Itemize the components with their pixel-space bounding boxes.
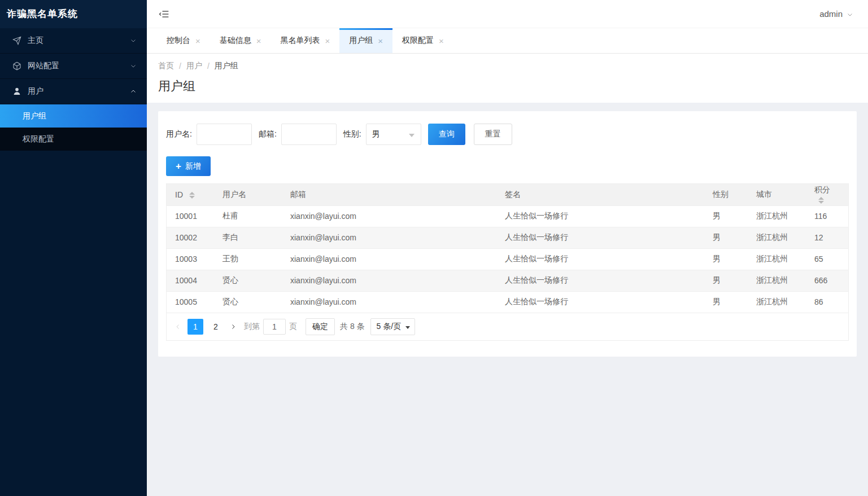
cell-username: 贤心	[214, 291, 282, 313]
cell-username: 王勃	[214, 248, 282, 270]
cell-sex: 男	[704, 227, 748, 248]
close-icon[interactable]: ×	[325, 37, 330, 45]
cell-sex: 男	[704, 205, 748, 227]
cell-sign: 人生恰似一场修行	[496, 291, 704, 313]
cell-city: 浙江杭州	[748, 270, 806, 291]
cell-id: 10001	[167, 205, 214, 227]
plus-icon: +	[176, 161, 181, 171]
cell-score: 86	[806, 291, 848, 313]
search-form: 用户名: 邮箱: 性别: 男 查询 重置	[166, 124, 849, 145]
page-number-2[interactable]: 2	[208, 319, 224, 335]
username-input[interactable]	[197, 124, 252, 145]
add-button-label: 新增	[185, 161, 201, 172]
sidebar-item-permission-config[interactable]: 权限配置	[0, 128, 147, 151]
breadcrumb-separator: /	[179, 62, 181, 71]
column-header-username: 用户名	[214, 184, 282, 205]
cell-city: 浙江杭州	[748, 205, 806, 227]
sidebar-item-label: 用户	[28, 86, 43, 96]
cell-username: 李白	[214, 227, 282, 248]
tab-permission-config[interactable]: 权限配置 ×	[392, 28, 453, 53]
breadcrumb-home[interactable]: 首页	[158, 61, 174, 71]
gender-select[interactable]: 男	[366, 124, 421, 145]
sort-icon[interactable]	[818, 197, 824, 204]
goto-page-input[interactable]	[263, 319, 286, 335]
close-icon[interactable]: ×	[256, 37, 261, 45]
close-icon[interactable]: ×	[439, 37, 444, 45]
sidebar-item-site-config[interactable]: 网站配置	[0, 54, 147, 79]
column-header-score[interactable]: 积分	[806, 184, 848, 205]
chevron-down-icon	[130, 37, 137, 44]
breadcrumb-user[interactable]: 用户	[186, 61, 202, 71]
add-button[interactable]: + 新增	[166, 156, 211, 176]
prev-page-icon[interactable]	[171, 319, 185, 335]
cell-id: 10003	[167, 248, 214, 270]
tab-basic-info[interactable]: 基础信息 ×	[210, 28, 271, 53]
sidebar-background	[0, 151, 147, 496]
column-header-sex: 性别	[704, 184, 748, 205]
sort-icon[interactable]	[189, 192, 195, 199]
tab-label: 控制台	[167, 36, 190, 46]
email-label: 邮箱:	[259, 129, 277, 139]
collapse-sidebar-icon[interactable]	[158, 8, 169, 20]
cell-id: 10002	[167, 227, 214, 248]
search-button[interactable]: 查询	[428, 124, 465, 145]
table-row: 10003 王勃 xianxin@layui.com 人生恰似一场修行 男 浙江…	[167, 248, 848, 270]
cell-sex: 男	[704, 248, 748, 270]
tab-user-group[interactable]: 用户组 ×	[339, 28, 392, 53]
column-header-city: 城市	[748, 184, 806, 205]
cell-score: 65	[806, 248, 848, 270]
tab-label: 黑名单列表	[281, 36, 320, 46]
cell-sign: 人生恰似一场修行	[496, 227, 704, 248]
sidebar-item-label: 网站配置	[28, 61, 59, 71]
confirm-button[interactable]: 确定	[306, 318, 335, 335]
table-header-row: ID 用户名 邮箱 签名 性别 城市 积分	[167, 184, 848, 205]
page-number-1[interactable]: 1	[187, 319, 203, 335]
gender-selected-value: 男	[372, 129, 380, 139]
cell-email: xianxin@layui.com	[282, 291, 496, 313]
sidebar-item-user[interactable]: 用户	[0, 79, 147, 104]
app-root: 诈骗黑名单系统 主页 网站配置 用户	[0, 0, 868, 496]
next-page-icon[interactable]	[226, 319, 241, 335]
total-count-label: 共 8 条	[340, 322, 365, 332]
sidebar-item-home[interactable]: 主页	[0, 28, 147, 54]
table-row: 10005 贤心 xianxin@layui.com 人生恰似一场修行 男 浙江…	[167, 291, 848, 313]
cell-username: 杜甫	[214, 205, 282, 227]
close-icon[interactable]: ×	[195, 37, 200, 45]
cell-email: xianxin@layui.com	[282, 227, 496, 248]
tab-console[interactable]: 控制台 ×	[157, 28, 210, 53]
tab-blacklist[interactable]: 黑名单列表 ×	[271, 28, 340, 53]
tab-bar: 控制台 × 基础信息 × 黑名单列表 × 用户组 × 权限配置 ×	[147, 28, 868, 54]
sidebar-submenu-user: 用户组 权限配置	[0, 104, 147, 151]
chevron-up-icon	[130, 88, 137, 95]
close-icon[interactable]: ×	[378, 37, 383, 45]
breadcrumb: 首页 / 用户 / 用户组	[158, 61, 868, 71]
app-logo-title: 诈骗黑名单系统	[0, 0, 147, 28]
email-input[interactable]	[281, 124, 337, 145]
user-dropdown[interactable]: admin	[819, 9, 853, 19]
reset-button[interactable]: 重置	[474, 124, 512, 145]
page-unit-label: 页	[289, 322, 297, 332]
cell-score: 116	[806, 205, 848, 227]
cell-email: xianxin@layui.com	[282, 270, 496, 291]
column-header-id[interactable]: ID	[167, 184, 214, 205]
pagination-bar: 1 2 到第 页 确定 共 8 条 5 条/页	[167, 313, 848, 340]
username-label: 用户名:	[166, 129, 192, 139]
cell-sex: 男	[704, 291, 748, 313]
username-label: admin	[819, 9, 843, 19]
per-page-select[interactable]: 5 条/页	[370, 318, 416, 335]
user-icon	[12, 87, 21, 96]
page-title: 用户组	[158, 79, 868, 94]
table-row: 10002 李白 xianxin@layui.com 人生恰似一场修行 男 浙江…	[167, 227, 848, 248]
cell-id: 10005	[167, 291, 214, 313]
gender-label: 性别:	[343, 129, 361, 139]
cell-email: xianxin@layui.com	[282, 248, 496, 270]
select-arrow-icon	[409, 134, 415, 137]
breadcrumb-current: 用户组	[215, 61, 238, 71]
sidebar-item-user-group[interactable]: 用户组	[0, 104, 147, 128]
breadcrumb-separator: /	[207, 62, 210, 71]
tab-label: 权限配置	[402, 36, 434, 46]
cell-id: 10004	[167, 270, 214, 291]
top-navbar: admin	[147, 0, 868, 28]
submenu-item-label: 用户组	[23, 111, 46, 120]
select-arrow-icon	[405, 326, 410, 329]
